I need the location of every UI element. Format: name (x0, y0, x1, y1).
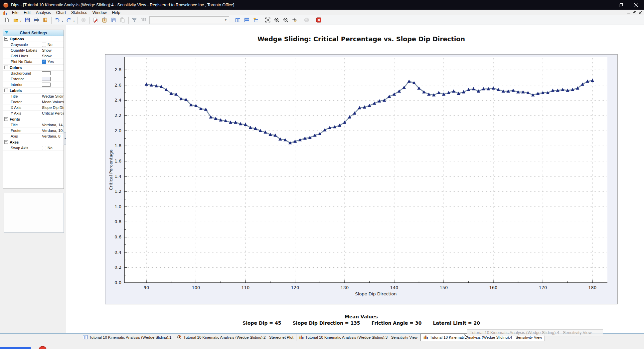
sensitivity-chart: 901001101201301401501601701800.00.20.40.… (66, 25, 644, 333)
menu-bar: FileEditAnalysisChartStatisticsWindowHel… (0, 10, 644, 15)
tile-horizontal-icon (244, 17, 249, 23)
row-value[interactable]: Verdana, 14, Bold (42, 123, 64, 127)
zoom-extents-icon (265, 17, 270, 23)
new-window-button[interactable] (251, 16, 260, 24)
save-button[interactable] (23, 16, 32, 24)
snapshot-button (79, 16, 88, 24)
clipboard-up-icon (102, 17, 107, 23)
mdi-minimize-icon[interactable] (627, 10, 630, 16)
row-value[interactable]: Critical Percentage (42, 111, 64, 115)
restore-button[interactable] (613, 0, 628, 10)
redo-dropdown-arrow[interactable]: ▼ (73, 20, 75, 22)
x-tick-label: 160 (489, 285, 498, 290)
menu-edit[interactable]: Edit (21, 10, 33, 15)
row-value[interactable]: Wedge Sliding: Criti... (42, 94, 64, 98)
paste-icon (120, 17, 125, 23)
unchecked-checkbox[interactable] (42, 146, 46, 150)
color-swatch[interactable] (42, 71, 51, 75)
menu-window[interactable]: Window (90, 10, 109, 15)
panel-row-grid-lines: Grid LinesShow (3, 53, 64, 59)
panel-row-quantity-labels: Quantity LabelsShow (3, 48, 64, 53)
row-label: Grayscale (3, 42, 40, 47)
row-value[interactable]: Slope Dip Direction (42, 106, 64, 110)
row-label: Footer (3, 128, 40, 133)
toolbar-combobox[interactable]: ▼ (149, 16, 229, 24)
menu-file[interactable]: File (9, 10, 21, 15)
taskbar-logo-fragment (38, 346, 47, 349)
zoom-extents-button[interactable] (263, 16, 272, 24)
y-axis-title: Critical Percentage (108, 150, 113, 190)
open-folder-dropdown-arrow[interactable]: ▼ (20, 20, 22, 22)
chevron-down-icon: ▼ (224, 18, 227, 22)
zoom-out-button[interactable] (281, 16, 290, 24)
print-button[interactable] (32, 16, 41, 24)
undo-dropdown-arrow[interactable]: ▼ (61, 20, 64, 22)
checked-checkbox[interactable]: ✓ (42, 60, 46, 64)
collapse-box-icon[interactable] (4, 89, 8, 92)
dips-application-window: Dips - [Tutorial 10 Kinematic Analysis (… (0, 0, 644, 349)
clipboard-up-button[interactable] (100, 16, 109, 24)
row-value[interactable]: Show (42, 48, 52, 52)
chart-settings-header[interactable]: Chart Settings (3, 30, 64, 36)
menu-analysis[interactable]: Analysis (33, 10, 54, 15)
panel-category-options[interactable]: Options (3, 36, 64, 42)
close-view-button[interactable] (314, 16, 323, 24)
toolbar: ▼▼▼▼ (0, 15, 644, 25)
panel-category-colors[interactable]: Colors (3, 65, 64, 71)
design-pencil-button[interactable] (91, 16, 100, 24)
collapse-box-icon[interactable] (4, 140, 8, 144)
document-tab-1[interactable]: Tutorial 10 Kinematic Analysis (Wedge Sl… (80, 334, 174, 341)
minimize-button[interactable] (598, 0, 613, 10)
sphere-3d-button (302, 16, 311, 24)
tile-horizontal-button[interactable] (242, 16, 251, 24)
menu-statistics[interactable]: Statistics (69, 10, 90, 15)
mdi-close-icon[interactable] (639, 10, 642, 16)
redo-button[interactable] (65, 16, 74, 24)
row-value[interactable]: Verdana, 10, Bold (42, 129, 64, 133)
x-tick-label: 110 (242, 285, 250, 290)
mdi-restore-icon[interactable] (633, 10, 636, 16)
unchecked-checkbox[interactable] (42, 43, 46, 47)
copy-button[interactable] (109, 16, 118, 24)
collapse-box-icon[interactable] (4, 117, 8, 121)
row-value[interactable]: Verdana, 8 (42, 134, 61, 138)
y-tick-label: 1.8 (114, 143, 121, 148)
row-label: X Axis (3, 105, 40, 110)
y-tick-label: 0.0 (114, 280, 121, 285)
panel-category-fonts[interactable]: Fonts (3, 116, 64, 122)
collapse-box-icon[interactable] (4, 37, 8, 41)
filter-funnel-button[interactable] (130, 16, 139, 24)
report-button[interactable] (41, 16, 50, 24)
pan-button[interactable] (290, 16, 299, 24)
open-folder-button[interactable] (11, 16, 20, 24)
panel-description-box (4, 193, 64, 233)
panel-row-y-axis: Y AxisCritical Percentage (3, 111, 64, 116)
document-tab-2[interactable]: Tutorial 10 Kinematic Analysis (Wedge Sl… (174, 334, 296, 341)
panel-category-labels[interactable]: Labels (3, 88, 64, 94)
snapshot-icon (81, 17, 86, 23)
close-button[interactable] (628, 0, 644, 10)
collapse-arrow-icon[interactable] (5, 31, 8, 34)
tile-vertical-button[interactable] (234, 16, 242, 24)
panel-category-axes[interactable]: Axes (3, 139, 64, 145)
zoom-in-button[interactable] (272, 16, 281, 24)
panel-row-plot-no-data: Plot No Data✓Yes (3, 59, 64, 65)
document-tab-3[interactable]: Tutorial 10 Kinematic Analysis (Wedge Sl… (296, 334, 420, 341)
menu-help[interactable]: Help (109, 10, 123, 15)
panel-row-footer: FooterVerdana, 10, Bold (3, 128, 64, 134)
category-title: Labels (10, 89, 22, 93)
menu-chart[interactable]: Chart (54, 10, 69, 15)
row-label: Title (3, 122, 40, 128)
color-swatch[interactable] (42, 77, 51, 81)
barchart-icon (299, 335, 304, 339)
row-value[interactable]: Show (42, 54, 52, 58)
undo-button[interactable] (53, 16, 62, 24)
new-file-button[interactable] (2, 16, 11, 24)
chart-title: Wedge Sliding: Critical Percentage vs. S… (257, 35, 465, 43)
row-value: No (48, 146, 53, 150)
x-tick-label: 180 (588, 285, 597, 290)
collapse-box-icon[interactable] (4, 66, 8, 69)
row-value: No (48, 43, 53, 47)
color-swatch[interactable] (42, 83, 51, 87)
row-value[interactable]: Mean ValuesSlope ... (42, 100, 64, 104)
